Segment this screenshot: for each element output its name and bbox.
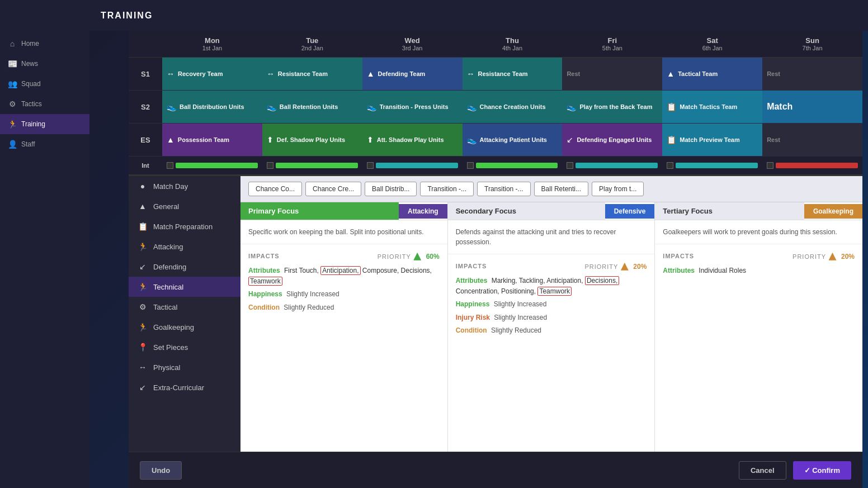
intensity-box-tue [267,162,273,169]
intensity-box-sat [667,162,673,169]
nav-item-tactical[interactable]: ⚙ Tactical [129,297,240,317]
squad-icon: 👥 [8,79,17,88]
cell-icon-s1-thu: ↔ [467,69,475,78]
cell-text-es-tue: Def. Shadow Play Units [277,136,345,144]
nav-item-matchday[interactable]: ● Match Day [129,176,240,196]
primary-happiness-val: Slightly Increased [286,290,339,298]
cell-icon-es-tue: ⬆ [267,135,273,144]
cell-s2-mon[interactable]: 👟 Ball Distribution Units [162,91,262,123]
cancel-button[interactable]: Cancel [739,461,786,480]
cell-es-fri[interactable]: ↙ Defending Engaged Units [562,124,662,156]
sidebar-item-squad[interactable]: 👥 Squad [0,74,89,94]
nav-item-defending[interactable]: ↙ Defending [129,257,240,277]
sidebar-item-tactics[interactable]: ⚙ Tactics [0,94,89,114]
cell-icon-s1-tue: ↔ [267,69,275,78]
day-thu: Thu 4th Jan [463,34,563,54]
primary-priority-icon [413,253,421,260]
row-label-s2: S2 [129,91,162,123]
cell-s1-mon[interactable]: ↔ Recovery Team [162,58,262,90]
intensity-box-fri [567,162,573,169]
nav-item-technical[interactable]: 🏃 Technical [129,277,240,297]
cell-text-s2-mon: Ball Distribution Units [180,103,244,111]
nav-item-goalkeeping[interactable]: 🏃 Goalkeeping [129,317,240,337]
match-prep-icon: 📋 [138,222,148,231]
cell-s2-sun[interactable]: Match [762,91,862,123]
defending-icon: ↙ [138,262,148,271]
cell-es-tue[interactable]: ⬆ Def. Shadow Play Units [262,124,362,156]
nav-item-match-prep[interactable]: 📋 Match Preparation [129,216,240,236]
cell-s1-fri[interactable]: Rest [562,58,662,90]
filter-tab-4[interactable]: Transition -... [477,182,531,196]
tertiary-focus-badge[interactable]: Goalkeeping [804,204,862,219]
cell-es-wed[interactable]: ⬆ Att. Shadow Play Units [362,124,463,156]
cell-text-s2-fri: Play from the Back Team [579,103,652,111]
cell-es-thu[interactable]: 👟 Attacking Patient Units [463,124,563,156]
secondary-happiness-val: Slightly Increased [494,300,547,308]
extra-icon: ↙ [138,383,148,392]
secondary-injury-val: Slightly Increased [494,314,547,321]
tactical-icon: ⚙ [138,302,148,311]
undo-button[interactable]: Undo [140,461,182,480]
nav-label-goalkeeping: Goalkeeping [153,323,194,331]
schedule-row-s1: S1 ↔ Recovery Team ↔ Resistance Team ▲ D… [129,58,862,91]
intensity-bar-sun [776,163,858,168]
primary-focus-desc: Specific work on keeping the ball. Split… [240,220,447,244]
cell-s2-fri[interactable]: 👟 Play from the Back Team [562,91,662,123]
cell-text-s1-wed: Defending Team [378,70,426,78]
filter-tab-2[interactable]: Ball Distrib... [365,182,417,196]
cell-text-s1-sun: Rest [767,70,780,78]
cell-text-s1-fri: Rest [567,70,580,78]
cell-s1-sun[interactable]: Rest [762,58,862,90]
focus-panels: Primary Focus Attacking Specific work on… [240,202,862,482]
nav-label-attacking: Attacking [153,243,183,251]
filter-tab-3[interactable]: Transition -... [420,182,474,196]
primary-attr-label: Attributes [248,267,280,274]
nav-item-set-pieces[interactable]: 📍 Set Pieces [129,337,240,357]
intensity-bar-sat [676,163,758,168]
tertiary-attr-label: Attributes [663,267,695,274]
nav-item-general[interactable]: ▲ General [129,196,240,216]
nav-item-physical[interactable]: ↔ Physical [129,357,240,377]
intensity-sat [662,160,762,171]
secondary-focus-badge[interactable]: Defensive [605,204,655,219]
cell-es-sat[interactable]: 📋 Match Preview Team [662,124,762,156]
intensity-mon [162,160,262,171]
cell-s2-sat[interactable]: 📋 Match Tactics Team [662,91,762,123]
filter-tab-6[interactable]: Play from t... [592,182,644,196]
sidebar-item-news[interactable]: 📰 News [0,54,89,74]
secondary-focus-panel: Secondary Focus Defensive Defends agains… [448,202,655,482]
tertiary-focus-desc: Goalkeepers will work to prevent goals d… [655,220,862,244]
secondary-impacts-label: IMPACTS [456,263,487,269]
cell-s1-sat[interactable]: ▲ Tactical Team [662,58,762,90]
cell-s2-wed[interactable]: 👟 Transition - Press Units [362,91,463,123]
tertiary-impacts: IMPACTS PRIORITY 20% Attributes Individu… [655,244,862,482]
cell-s1-wed[interactable]: ▲ Defending Team [362,58,463,90]
secondary-focus-title: Secondary Focus [448,202,605,220]
filter-tab-0[interactable]: Chance Co... [248,182,302,196]
cell-icon-s2-fri: 👟 [567,102,576,111]
filter-tab-1[interactable]: Chance Cre... [305,182,361,196]
main-panel: Mon 1st Jan Tue 2nd Jan Wed 3rd Jan Thu … [129,31,862,482]
nav-item-attacking[interactable]: 🏃 Attacking [129,236,240,257]
filter-tab-5[interactable]: Ball Retenti... [534,182,588,196]
secondary-condition-val: Slightly Reduced [491,326,541,334]
cell-s1-tue[interactable]: ↔ Resistance Team [262,58,362,90]
secondary-priority-label: PRIORITY [584,263,618,270]
sidebar-item-training[interactable]: 🏃 Training [0,114,89,134]
cell-s1-thu[interactable]: ↔ Resistance Team [463,58,563,90]
sidebar-item-staff[interactable]: 👤 Staff [0,134,89,154]
primary-happiness-label: Happiness [248,290,282,298]
technical-icon: 🏃 [138,282,148,291]
cell-icon-s1-mon: ↔ [167,69,174,78]
cell-es-mon[interactable]: ▲ Possession Team [162,124,262,156]
cell-s2-thu[interactable]: 👟 Chance Creation Units [463,91,563,123]
cell-icon-es-wed: ⬆ [367,135,374,144]
sidebar-item-home[interactable]: ⌂ Home [0,34,89,54]
cell-s2-tue[interactable]: 👟 Ball Retention Units [262,91,362,123]
nav-item-extra[interactable]: ↙ Extra-Curricular [129,377,240,397]
nav-label-matchday: Match Day [153,182,188,191]
cell-es-sun[interactable]: Rest [762,124,862,156]
confirm-button[interactable]: ✓ Confirm [793,461,851,480]
primary-focus-badge[interactable]: Attacking [399,204,447,219]
cell-icon-s2-mon: 👟 [167,102,176,111]
